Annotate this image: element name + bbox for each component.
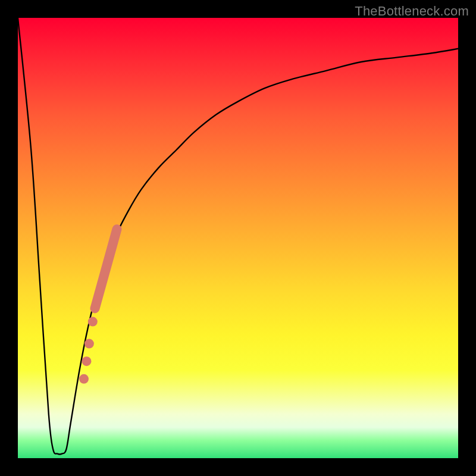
bottleneck-curve	[18, 18, 458, 455]
watermark-text: TheBottleneck.com	[355, 4, 469, 19]
highlight-dot	[84, 339, 94, 349]
chart-frame: TheBottleneck.com	[0, 0, 476, 476]
curve-layer	[18, 18, 458, 458]
highlight-dot	[88, 317, 98, 327]
highlight-dot	[82, 356, 91, 366]
highlight-dot	[79, 374, 89, 384]
highlight-thick-segment	[95, 229, 117, 308]
plot-area	[18, 18, 458, 458]
